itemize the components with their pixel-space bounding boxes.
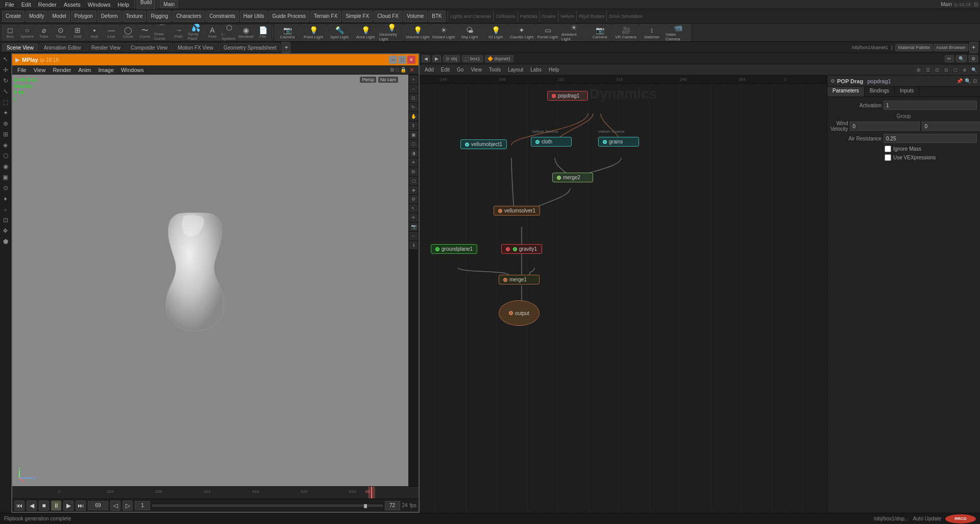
btk-btn[interactable]: BTK <box>428 11 445 22</box>
tool10[interactable]: ⬡ <box>1 151 11 161</box>
file-tool[interactable]: 📄 File <box>255 25 271 40</box>
vp-manipulate[interactable]: ✛ <box>409 213 418 222</box>
vp-overlay[interactable]: ◈ <box>409 186 418 194</box>
minimize-button[interactable]: ─ <box>389 56 397 64</box>
mplay-menu-render[interactable]: Render <box>50 66 74 74</box>
circle-tool[interactable]: ◯ Circle <box>120 25 136 40</box>
search-r[interactable]: 🔍 <box>970 66 978 74</box>
node-merge1[interactable]: merge1 <box>499 275 540 284</box>
props-gear-icon[interactable]: ⚙ <box>830 78 835 84</box>
stop-btn[interactable]: ■ <box>39 501 49 511</box>
null-tool[interactable]: ▪ Null <box>86 25 103 40</box>
line-tool[interactable]: — Line <box>103 25 119 40</box>
tool12[interactable]: ▣ <box>1 172 11 182</box>
vp-pan[interactable]: ✋ <box>409 112 418 121</box>
l-system-tool[interactable]: ⬡ L-System <box>221 25 237 40</box>
terrain-fx-btn[interactable]: Terrain FX <box>310 11 341 22</box>
asset-browser-btn[interactable]: Asset Browser <box>934 44 968 51</box>
mplay-menu-anim[interactable]: Anim <box>75 66 94 74</box>
layout-icon[interactable]: ⊞ <box>915 66 923 74</box>
tool14[interactable]: ♦ <box>1 194 11 204</box>
node-popdrag1[interactable]: popdrag1 <box>547 91 588 101</box>
search-btn[interactable]: 🔍 <box>956 55 967 62</box>
node-groundplane1[interactable]: groundplane1 <box>431 244 477 254</box>
vp-bg[interactable]: ◻ <box>409 177 418 185</box>
rt-add[interactable]: Add <box>422 66 437 73</box>
scale-tool[interactable]: ⤡ <box>1 86 11 97</box>
guide-process-btn[interactable]: Guide Process <box>268 11 309 22</box>
play-btn[interactable]: ▶ <box>63 501 74 511</box>
vp-shading[interactable]: ◑ <box>409 149 418 157</box>
curve-tool[interactable]: 〜 Curve <box>137 25 153 40</box>
vp-frame[interactable]: ⊡ <box>409 94 418 102</box>
select-tool[interactable]: ↖ <box>1 54 11 64</box>
frame-slider[interactable] <box>152 505 383 507</box>
node-vellumobject1[interactable]: vellumobject1 <box>460 139 507 149</box>
rt-help[interactable]: Help <box>546 66 562 73</box>
props-expand-icon[interactable]: ⊡ <box>973 78 977 84</box>
props-search-icon[interactable]: 🔍 <box>965 78 971 84</box>
tool16[interactable]: ⊡ <box>1 215 11 225</box>
tab-render-view[interactable]: Render View <box>87 43 125 52</box>
build-button[interactable]: Build <box>137 0 155 10</box>
cam-dropdown[interactable]: No cam <box>378 77 398 83</box>
breadcrumb-forward[interactable]: ▶ <box>432 55 441 62</box>
node-vellumsolver1[interactable]: vellumsolver1 <box>494 206 540 216</box>
modify-btn[interactable]: Modify <box>26 11 47 22</box>
draw-curve-tool[interactable]: ⌒ Draw Curve <box>154 25 170 40</box>
tab-geometry-spreadsheet[interactable]: Geometry Spreadsheet <box>219 43 281 52</box>
menu-render[interactable]: Render <box>35 1 60 8</box>
distant-light-tool[interactable]: ☀ Distant Light <box>431 25 456 41</box>
gi-light-tool[interactable]: 💡 GI Light <box>483 25 508 41</box>
end-frame-input[interactable] <box>385 501 400 510</box>
hair-utils-btn[interactable]: Hair Utils <box>240 11 268 22</box>
rigging-btn[interactable]: Rigging <box>147 11 172 22</box>
texture-btn[interactable]: Texture <box>122 11 146 22</box>
prev-frame-btn-2[interactable]: ◁ <box>110 501 120 511</box>
add-view-tab[interactable]: + <box>282 42 290 53</box>
breadcrumb-dopnet1[interactable]: 🔶 dopnet1 <box>485 55 513 62</box>
edit-btn[interactable]: ✏ <box>945 55 954 62</box>
transform-tool[interactable]: ✛ <box>1 65 11 75</box>
vr-camera-tool[interactable]: 🎥 VR Camera <box>613 25 639 41</box>
menu-assets[interactable]: Assets <box>61 1 84 8</box>
rt-view[interactable]: View <box>468 66 485 73</box>
ignore-mass-checkbox[interactable] <box>885 146 891 152</box>
tube-tool[interactable]: ⌀ Tube <box>36 25 52 40</box>
characters-btn[interactable]: Characters <box>173 11 205 22</box>
tab-bindings[interactable]: Bindings <box>865 87 895 97</box>
node-area[interactable]: Dynamics 144 168 192 216 240 264 2 <box>420 76 827 513</box>
vp-dolly[interactable]: ⇕ <box>409 122 418 130</box>
next-frame-btn-2[interactable]: ▷ <box>122 501 133 511</box>
flow-icon[interactable]: ⬡ <box>951 66 960 74</box>
frame-input[interactable] <box>88 501 108 510</box>
portal-light-tool[interactable]: ▭ Portal Light <box>535 25 560 41</box>
vp-zoom-out[interactable]: − <box>409 85 418 93</box>
mplay-menu-windows[interactable]: Windows <box>118 66 147 74</box>
rotate-tool[interactable]: ↻ <box>1 76 11 86</box>
mplay-close-icon[interactable]: ✕ <box>407 66 416 74</box>
node-cloth[interactable]: cloth <box>531 137 572 147</box>
material-palette-btn[interactable]: Material Palette <box>895 44 933 51</box>
vp-render-mode[interactable]: ▣ <box>409 131 418 139</box>
tool13[interactable]: ⊙ <box>1 183 11 193</box>
use-vex-checkbox[interactable] <box>885 154 891 161</box>
torus-tool[interactable]: ⊙ Torus <box>53 25 69 40</box>
activation-input[interactable] <box>884 101 977 110</box>
camera-tool-2[interactable]: 📷 Camera <box>587 25 612 41</box>
skip-start-btn[interactable]: ⏮ <box>14 501 24 511</box>
rt-labs[interactable]: Labs <box>527 66 545 73</box>
tab-inputs[interactable]: Inputs <box>895 87 919 97</box>
path-tool[interactable]: → Path <box>170 25 187 40</box>
start-frame-input[interactable] <box>135 501 150 510</box>
breadcrumb-obj[interactable]: ⊙ obj <box>443 55 460 62</box>
tool8[interactable]: ⊞ <box>1 129 11 139</box>
mplay-menu-view[interactable]: View <box>31 66 49 74</box>
node-merge2[interactable]: merge2 <box>552 173 593 182</box>
vp-wireframe[interactable]: ⬡ <box>409 140 418 148</box>
zoom-fit[interactable]: ⊕ <box>961 66 969 74</box>
menu-edit[interactable]: Edit <box>18 1 34 8</box>
breadcrumb-back[interactable]: ◀ <box>422 55 430 62</box>
grid-icon-r[interactable]: ⊡ <box>933 66 941 74</box>
vp-camera[interactable]: 📷 <box>409 223 418 231</box>
